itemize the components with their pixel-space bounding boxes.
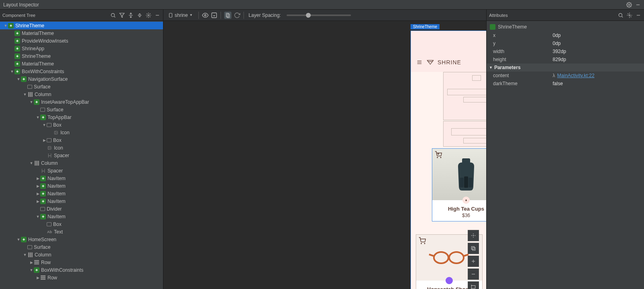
svg-point-36 (437, 157, 438, 158)
pan-button[interactable] (468, 230, 479, 241)
tree-node[interactable]: ◈HomeScreen (0, 236, 163, 243)
svg-rect-32 (462, 158, 470, 163)
tree-node[interactable]: AbText (0, 228, 163, 236)
expand-icon[interactable] (128, 12, 134, 18)
expand-arrow-icon[interactable] (23, 92, 27, 96)
device-selector[interactable]: shrine ▼ (166, 11, 195, 19)
tree-node[interactable]: Surface (0, 243, 163, 251)
expand-arrow-icon[interactable] (10, 70, 14, 74)
tree-node[interactable]: ◈ShrineTheme (0, 52, 163, 60)
gear-icon[interactable] (145, 12, 152, 18)
expand-arrow-icon[interactable] (35, 276, 40, 280)
hide-icon[interactable] (635, 12, 642, 18)
gear-icon[interactable] (626, 2, 632, 8)
tree-node[interactable]: ◈ShrineApp (0, 45, 163, 52)
tree-node[interactable]: ◈NavItem (0, 182, 163, 190)
tree-node[interactable]: Divider (0, 205, 163, 213)
tree-node[interactable]: ◈NavItem (0, 190, 163, 197)
tree-node[interactable]: |‒|Spacer (0, 167, 163, 174)
search-icon[interactable] (110, 12, 116, 18)
tree-node[interactable]: Row (0, 274, 163, 281)
tree-node[interactable]: ◈TopAppBar (0, 113, 163, 121)
expand-arrow-icon[interactable] (35, 176, 40, 180)
tree-node[interactable]: Box (0, 136, 163, 144)
separator (221, 12, 221, 19)
expand-arrow-icon[interactable] (35, 215, 40, 219)
expand-arrow-icon[interactable] (35, 184, 40, 188)
hide-icon[interactable] (154, 12, 161, 18)
tree-node[interactable]: Surface (0, 83, 163, 90)
zoom-in-button[interactable] (468, 256, 479, 267)
collapse-icon[interactable] (136, 12, 143, 18)
attr-key: x (493, 33, 553, 38)
tree-node[interactable]: ◈NavItem (0, 197, 163, 205)
tree-node[interactable]: Column (0, 159, 163, 167)
tree-node[interactable]: ◈ProvideWindowInsets (0, 37, 163, 45)
tree-node[interactable]: ◈InsetAwareTopAppBar (0, 98, 163, 106)
layer-spacing-label: Layer Spacing: (249, 12, 281, 18)
tree-node[interactable]: Column (0, 251, 163, 258)
tree-node[interactable]: ◈ShrineTheme (0, 22, 163, 29)
svg-marker-4 (120, 13, 124, 17)
layer-spacing-slider[interactable] (287, 14, 351, 16)
param-key: content (493, 73, 553, 78)
tree-node[interactable]: Icon (0, 129, 163, 136)
gear-icon[interactable] (626, 12, 633, 18)
expand-arrow-icon[interactable] (35, 115, 40, 119)
tree-node[interactable]: ◈MaterialTheme (0, 29, 163, 37)
parameters-section[interactable]: ▼ Parameters (487, 64, 644, 72)
snapshot-icon[interactable] (211, 12, 217, 18)
expand-arrow-icon[interactable] (29, 100, 34, 104)
expand-arrow-icon[interactable] (42, 138, 47, 142)
compose-icon: ◈ (40, 191, 46, 197)
refresh-icon[interactable] (234, 12, 240, 18)
zoom-fit-button[interactable] (468, 281, 479, 289)
component-tree-header: Component Tree (0, 10, 163, 21)
expand-arrow-icon[interactable] (42, 123, 47, 127)
tree-node[interactable]: ◈NavItem (0, 174, 163, 182)
mode-3d-icon[interactable] (224, 12, 231, 19)
tree-node[interactable]: Box (0, 220, 163, 228)
zoom-out-button[interactable] (468, 269, 479, 280)
canvas-toolbar: shrine ▼ Layer Spacing: (163, 10, 486, 21)
expand-arrow-icon[interactable] (35, 192, 40, 196)
tree-node[interactable]: ◈NavItem (0, 213, 163, 220)
tree-node[interactable]: Icon (0, 144, 163, 152)
image-icon (53, 130, 59, 135)
layout-canvas[interactable]: ShrineTheme SHRINE (163, 21, 486, 289)
filter-icon[interactable] (119, 12, 125, 18)
text-icon: Ab (47, 229, 52, 235)
layers-button[interactable] (468, 243, 479, 254)
expand-arrow-icon[interactable] (29, 260, 34, 264)
tree-node[interactable]: ◈BoxWithConstraints (0, 266, 163, 274)
tree-node[interactable]: Surface (0, 106, 163, 113)
tree-node[interactable]: ◈NavigationSurface (0, 75, 163, 83)
expand-arrow-icon[interactable] (35, 199, 40, 203)
tree-node-label: NavigationSurface (28, 76, 68, 82)
expand-arrow-icon[interactable] (16, 238, 21, 242)
eye-icon[interactable] (202, 12, 208, 18)
tree-node-label: ShrineTheme (22, 53, 51, 59)
tree-node[interactable]: ◈BoxWithConstraints (0, 68, 163, 75)
expand-arrow-icon[interactable] (29, 161, 34, 165)
add-cart-icon (419, 237, 426, 244)
svg-rect-34 (469, 178, 473, 187)
source-link[interactable]: MainActivity.kt:22 (557, 73, 594, 78)
svg-point-60 (619, 13, 622, 16)
tree-node[interactable]: |‒|Spacer (0, 152, 163, 159)
expand-arrow-icon[interactable] (16, 77, 21, 81)
minimize-icon[interactable] (635, 2, 641, 8)
expand-arrow-icon[interactable] (29, 268, 34, 272)
tree-node[interactable]: Box (0, 121, 163, 129)
tree-node[interactable]: ◈MaterialTheme (0, 60, 163, 68)
tree-node-label: Surface (34, 244, 50, 250)
tree-node[interactable]: Row (0, 258, 163, 266)
expand-arrow-icon[interactable] (3, 24, 8, 28)
tree-node[interactable]: Column (0, 90, 163, 98)
component-tree[interactable]: ◈ShrineTheme◈MaterialTheme◈ProvideWindow… (0, 21, 163, 289)
view-icon (47, 123, 52, 127)
attribute-row: height829dp (487, 55, 644, 64)
search-icon[interactable] (617, 12, 624, 18)
tree-node-label: Box (53, 137, 62, 143)
expand-arrow-icon[interactable] (23, 253, 27, 257)
